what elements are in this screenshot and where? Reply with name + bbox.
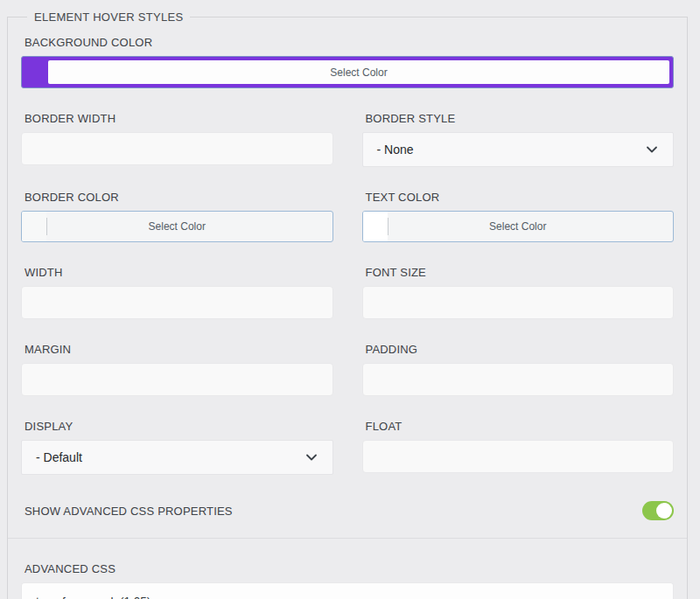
border-color-field: BORDER COLOR Select Color [21, 191, 333, 242]
text-color-label: TEXT COLOR [366, 191, 675, 204]
border-color-select-button[interactable]: Select Color [22, 212, 332, 241]
background-color-picker: Select Color [21, 56, 674, 88]
padding-label: PADDING [366, 343, 675, 356]
margin-input[interactable] [21, 363, 333, 396]
display-label: DISPLAY [24, 420, 333, 433]
border-width-input[interactable] [21, 132, 333, 165]
background-color-field: BACKGROUND COLOR Select Color [21, 36, 674, 88]
toggle-knob [656, 503, 672, 519]
font-size-input[interactable] [362, 286, 675, 319]
border-style-selected-value: - None [377, 143, 414, 157]
padding-field: PADDING [362, 343, 675, 396]
section-divider [8, 538, 687, 539]
show-advanced-css-label: SHOW ADVANCED CSS PROPERTIES [24, 505, 233, 518]
margin-field: MARGIN [21, 343, 333, 396]
font-size-field: FONT SIZE [362, 266, 675, 319]
show-advanced-css-toggle[interactable] [642, 501, 674, 520]
border-style-select[interactable]: - None [362, 132, 675, 167]
panel-legend: ELEMENT HOVER STYLES [27, 10, 190, 24]
float-input[interactable] [362, 440, 675, 473]
chevron-down-icon [645, 143, 659, 157]
display-selected-value: - Default [36, 450, 82, 464]
advanced-css-field: ADVANCED CSS transform: scale(1.05); bor… [21, 562, 674, 599]
background-color-select-button[interactable]: Select Color [48, 60, 669, 84]
padding-input[interactable] [362, 363, 675, 396]
background-color-label: BACKGROUND COLOR [24, 36, 674, 49]
width-field: WIDTH [21, 266, 333, 319]
element-hover-styles-panel: ELEMENT HOVER STYLES BACKGROUND COLOR Se… [7, 10, 688, 599]
border-style-field: BORDER STYLE - None [362, 112, 675, 167]
display-select[interactable]: - Default [21, 440, 333, 475]
border-color-label: BORDER COLOR [24, 191, 333, 204]
font-size-label: FONT SIZE [366, 266, 675, 279]
float-label: FLOAT [366, 420, 675, 433]
width-input[interactable] [21, 286, 333, 319]
width-label: WIDTH [24, 266, 333, 279]
float-field: FLOAT [362, 420, 675, 475]
border-width-label: BORDER WIDTH [24, 112, 333, 125]
border-width-field: BORDER WIDTH [21, 112, 333, 167]
display-field: DISPLAY - Default [21, 420, 333, 475]
chevron-down-icon [304, 450, 318, 464]
advanced-css-label: ADVANCED CSS [24, 562, 674, 575]
border-style-label: BORDER STYLE [366, 112, 675, 125]
advanced-css-textarea[interactable]: transform: scale(1.05); border-radius: 2… [21, 582, 674, 599]
margin-label: MARGIN [24, 343, 333, 356]
text-color-select-button[interactable]: Select Color [363, 212, 674, 241]
text-color-field: TEXT COLOR Select Color [362, 191, 675, 242]
text-color-picker[interactable]: Select Color [362, 211, 675, 242]
show-advanced-css-row: SHOW ADVANCED CSS PROPERTIES [21, 501, 674, 520]
border-color-picker[interactable]: Select Color [21, 211, 333, 242]
